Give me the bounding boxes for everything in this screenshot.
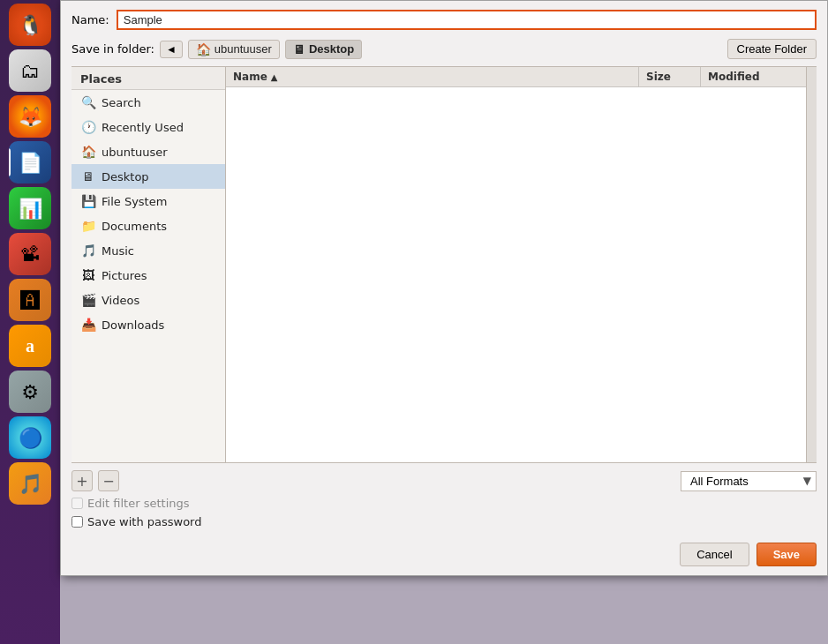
filter-checkbox (72, 498, 83, 509)
place-icon-pictures: 🖼 (80, 267, 96, 283)
places-item-desktop[interactable]: 🖥Desktop (72, 164, 225, 189)
place-label-file-system: File System (102, 195, 167, 208)
password-checkbox[interactable] (72, 516, 83, 528)
breadcrumb-home-label: ubuntuuser (215, 42, 272, 56)
place-label-downloads: Downloads (102, 318, 164, 332)
firefox-icon[interactable]: 🦊 (9, 95, 51, 138)
places-panel: Places 🔍Search🕐Recently Used🏠ubuntuuser🖥… (72, 67, 226, 462)
browser-icon[interactable]: 🔵 (9, 416, 51, 459)
files-icon[interactable]: 🗂 (9, 49, 51, 92)
bottom-area: + − All FormatsODF Text DocumentPDFWord … (61, 463, 827, 535)
ubuntu-icon[interactable]: 🐧 (9, 4, 51, 46)
name-label: Name: (72, 13, 109, 26)
taskbar: 🐧🗂🦊📄📊📽🅰a⚙🔵🎵 (0, 0, 60, 644)
filter-label: Edit filter settings (72, 497, 190, 510)
add-place-button[interactable]: + (72, 470, 93, 491)
file-panel: Name ▲ Size Modified (226, 67, 806, 462)
place-icon-documents: 📁 (80, 218, 96, 234)
places-item-pictures[interactable]: 🖼Pictures (72, 263, 225, 288)
place-icon-videos: 🎬 (80, 292, 96, 308)
vlc-icon[interactable]: 🎵 (9, 462, 51, 505)
places-item-downloads[interactable]: 📥Downloads (72, 312, 225, 337)
folder-row: Save in folder: ◄ 🏠 ubuntuuser 🖥 Desktop… (61, 35, 827, 66)
place-label-pictures: Pictures (102, 269, 147, 282)
format-select-wrapper: All FormatsODF Text DocumentPDFWord Docu… (681, 471, 817, 491)
place-icon-ubuntuuser: 🏠 (80, 144, 96, 160)
writer-icon[interactable]: 📄 (9, 141, 51, 183)
file-col-name-header[interactable]: Name ▲ (226, 67, 638, 86)
format-select[interactable]: All FormatsODF Text DocumentPDFWord Docu… (681, 471, 817, 491)
place-label-recently-used: Recently Used (102, 121, 184, 134)
breadcrumb-current-button[interactable]: 🖥 Desktop (285, 40, 362, 59)
breadcrumb-current-label: Desktop (309, 42, 354, 56)
place-label-ubuntuuser: ubuntuuser (102, 146, 168, 159)
password-row: Save with password (72, 515, 817, 528)
file-col-size-header[interactable]: Size (638, 67, 700, 86)
places-list: 🔍Search🕐Recently Used🏠ubuntuuser🖥Desktop… (72, 90, 225, 337)
save-dialog: Name: Save in folder: ◄ 🏠 ubuntuuser 🖥 D… (60, 0, 828, 576)
place-label-videos: Videos (102, 294, 139, 307)
cancel-button[interactable]: Cancel (680, 543, 749, 566)
place-label-search: Search (102, 96, 141, 109)
remove-place-button[interactable]: − (98, 470, 119, 491)
places-item-videos[interactable]: 🎬Videos (72, 288, 225, 312)
place-icon-file-system: 💾 (80, 193, 96, 209)
impress-icon[interactable]: 📽 (9, 233, 51, 275)
appstore-icon[interactable]: 🅰 (9, 279, 51, 321)
place-label-documents: Documents (102, 220, 167, 233)
places-item-music[interactable]: 🎵Music (72, 238, 225, 263)
save-in-label: Save in folder: (72, 42, 154, 56)
save-button[interactable]: Save (756, 543, 817, 566)
places-item-search[interactable]: 🔍Search (72, 90, 225, 115)
place-icon-desktop: 🖥 (80, 168, 96, 184)
places-item-recently-used[interactable]: 🕐Recently Used (72, 115, 225, 139)
password-label[interactable]: Save with password (72, 515, 201, 528)
create-folder-button[interactable]: Create Folder (727, 39, 817, 59)
add-remove-row: + − All FormatsODF Text DocumentPDFWord … (72, 470, 817, 491)
place-icon-search: 🔍 (80, 94, 96, 110)
place-label-music: Music (102, 244, 134, 258)
place-icon-downloads: 📥 (80, 317, 96, 333)
scrollbar[interactable] (806, 67, 817, 462)
place-icon-music: 🎵 (80, 243, 96, 258)
action-row: Cancel Save (61, 535, 827, 575)
filter-row: Edit filter settings (72, 497, 817, 510)
format-select-wrap: All FormatsODF Text DocumentPDFWord Docu… (681, 471, 817, 491)
name-input[interactable] (117, 10, 817, 30)
amazon-icon[interactable]: a (9, 325, 51, 367)
name-row: Name: (61, 1, 827, 35)
file-col-modified-header[interactable]: Modified (700, 67, 806, 86)
place-label-desktop: Desktop (102, 170, 149, 183)
nav-back-button[interactable]: ◄ (160, 41, 183, 58)
places-item-file-system[interactable]: 💾File System (72, 189, 225, 213)
file-header: Name ▲ Size Modified (226, 67, 806, 87)
calc-icon[interactable]: 📊 (9, 187, 51, 229)
breadcrumb-home-button[interactable]: 🏠 ubuntuuser (188, 40, 280, 59)
places-item-documents[interactable]: 📁Documents (72, 213, 225, 238)
settings-icon[interactable]: ⚙ (9, 371, 51, 413)
file-list (226, 87, 806, 462)
places-header: Places (72, 67, 225, 90)
main-content: Places 🔍Search🕐Recently Used🏠ubuntuuser🖥… (72, 66, 817, 463)
places-item-ubuntuuser[interactable]: 🏠ubuntuuser (72, 139, 225, 164)
dialog-area: Name: Save in folder: ◄ 🏠 ubuntuuser 🖥 D… (60, 0, 828, 644)
place-icon-recently-used: 🕐 (80, 119, 96, 135)
